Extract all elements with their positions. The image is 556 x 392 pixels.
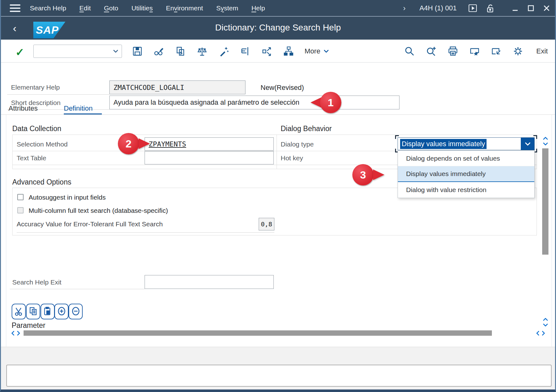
menu-item-utilities[interactable]: Utilities bbox=[131, 4, 153, 12]
exit-button[interactable]: Exit bbox=[534, 47, 548, 55]
elementary-help-label: Elementary Help bbox=[11, 84, 60, 91]
horizontal-scrollbar-thumb[interactable] bbox=[24, 330, 492, 336]
menu-item-edit[interactable]: Edit bbox=[80, 4, 91, 12]
cut-button[interactable] bbox=[12, 304, 26, 319]
panel-border bbox=[552, 115, 552, 347]
dialog-type-dropdown-list: Dialog depends on set of valuesDisplay v… bbox=[398, 150, 535, 198]
menubar-right: › A4H (1) 001 bbox=[403, 0, 550, 16]
gear-icon[interactable] bbox=[513, 46, 523, 57]
hierarchy-icon[interactable] bbox=[283, 46, 294, 57]
window-star-icon[interactable] bbox=[469, 46, 480, 57]
dialog-type-label: Dialog type bbox=[281, 141, 314, 148]
object-status: New(Revised) bbox=[261, 84, 304, 92]
multicolumn-checkbox[interactable] bbox=[17, 207, 24, 213]
scroll-down-icon[interactable] bbox=[542, 141, 549, 146]
system-id-label: A4H (1) 001 bbox=[419, 4, 457, 12]
parameter-title: Parameter bbox=[12, 321, 45, 330]
glasses-pencil-icon[interactable] bbox=[154, 46, 164, 57]
vertical-scrollbar-thumb[interactable] bbox=[542, 148, 548, 255]
short-description-field[interactable]: Ayuda para la búsqueda asignada al parám… bbox=[109, 96, 399, 109]
confirm-check-icon[interactable]: ✓ bbox=[15, 46, 25, 58]
menu-item-search-help[interactable]: Search Help bbox=[30, 4, 66, 12]
scales-icon[interactable] bbox=[197, 46, 207, 57]
annotation-pin-3-number: 3 bbox=[352, 164, 374, 185]
tab-definition[interactable]: Definition bbox=[64, 104, 93, 113]
plus-circle-button[interactable] bbox=[54, 304, 69, 319]
unlocked-padlock-icon[interactable] bbox=[486, 4, 495, 13]
resize-icon[interactable] bbox=[261, 46, 272, 57]
menu-item-goto[interactable]: Goto bbox=[104, 4, 118, 12]
close-button[interactable] bbox=[543, 4, 550, 12]
search-help-exit-label: Search Help Exit bbox=[12, 279, 61, 286]
command-field[interactable] bbox=[33, 45, 122, 58]
dialog-type-selected-value: Display values immediately bbox=[400, 139, 487, 149]
divider bbox=[7, 94, 109, 95]
annotation-pin-1: 1 bbox=[311, 92, 344, 113]
command-field-chevron-icon[interactable] bbox=[113, 49, 118, 55]
annotation-pin-2-number: 2 bbox=[118, 133, 139, 154]
accuracy-field[interactable]: 0,8 bbox=[259, 218, 274, 230]
accuracy-value: 0,8 bbox=[261, 220, 272, 228]
dropdown-option-0[interactable]: Dialog depends on set of values bbox=[398, 151, 534, 166]
menu-item-environment[interactable]: Environment bbox=[166, 4, 203, 12]
annotation-pin-1-number: 1 bbox=[320, 92, 341, 113]
copy-docs-button[interactable] bbox=[26, 304, 40, 319]
elementary-help-value: ZMATCHCODE_LOGALI bbox=[113, 84, 184, 91]
data-collection-title: Data Collection bbox=[12, 124, 61, 133]
scroll-up-icon[interactable] bbox=[542, 136, 549, 141]
dropdown-option-1[interactable]: Display values immediately bbox=[398, 166, 534, 182]
dialog-type-combobox[interactable]: Display values immediately bbox=[398, 137, 535, 150]
elementary-help-field[interactable]: ZMATCHCODE_LOGALI bbox=[109, 80, 245, 94]
scroll-left-right-icons[interactable] bbox=[10, 330, 21, 336]
toolbar-right-icons: Exit bbox=[404, 46, 548, 57]
hot-key-label: Hot key bbox=[281, 154, 303, 162]
advanced-options-title: Advanced Options bbox=[12, 178, 71, 186]
selection-method-field[interactable]: ZPAYMENTS bbox=[145, 137, 274, 151]
dropdown-option-2[interactable]: Dialog with value restriction bbox=[398, 182, 534, 198]
copy-icon[interactable] bbox=[175, 46, 186, 57]
annotation-pin-3: 3 bbox=[352, 164, 386, 185]
paste-button[interactable] bbox=[41, 304, 55, 319]
search-help-exit-field[interactable] bbox=[145, 275, 274, 289]
window-arrow-icon[interactable] bbox=[491, 46, 502, 57]
text-table-field[interactable] bbox=[145, 151, 274, 164]
autosuggest-label: Autosuggest in input fields bbox=[29, 194, 106, 201]
minimize-button[interactable] bbox=[511, 4, 519, 12]
caliper-icon[interactable] bbox=[240, 46, 250, 57]
annotation-pin-2: 2 bbox=[118, 133, 151, 154]
search-plus-icon[interactable] bbox=[426, 46, 437, 57]
accuracy-label: Accuracy Value for Error-Tolerant Full T… bbox=[17, 220, 163, 228]
multicolumn-label: Multi-column full text search (database-… bbox=[29, 207, 168, 214]
minus-circle-button[interactable] bbox=[69, 304, 83, 319]
divider bbox=[17, 232, 274, 233]
panel-border bbox=[6, 115, 6, 347]
more-button[interactable]: More bbox=[305, 47, 329, 55]
menu-item-system[interactable]: System bbox=[216, 4, 238, 12]
selection-method-value[interactable]: ZPAYMENTS bbox=[149, 140, 186, 148]
menu-overflow-chevron-icon[interactable]: › bbox=[403, 4, 405, 13]
menu-bar: Search HelpEditGotoUtilitiesEnvironmentS… bbox=[1, 0, 555, 16]
autosuggest-checkbox[interactable] bbox=[17, 194, 24, 200]
scroll-left-right-icons-right[interactable] bbox=[535, 330, 546, 336]
combobox-dropdown-button[interactable] bbox=[521, 138, 534, 150]
tab-attributes[interactable]: Attributes bbox=[8, 104, 38, 113]
text-table-label: Text Table bbox=[17, 154, 46, 162]
selection-method-label: Selection Method bbox=[17, 141, 68, 148]
more-label: More bbox=[305, 47, 320, 55]
menu-items: Search HelpEditGotoUtilitiesEnvironmentS… bbox=[30, 0, 265, 16]
dialog-behavior-title: Dialog Behavior bbox=[281, 124, 332, 133]
maximize-button[interactable] bbox=[527, 4, 535, 12]
menu-item-help[interactable]: Help bbox=[251, 4, 265, 12]
short-description-value: Ayuda para la búsqueda asignada al parám… bbox=[113, 98, 300, 107]
printer-icon[interactable] bbox=[448, 46, 458, 57]
hamburger-menu-icon[interactable] bbox=[10, 4, 20, 12]
scroll-down-icon-bottom[interactable] bbox=[542, 323, 549, 328]
scroll-up-icon-bottom[interactable] bbox=[542, 317, 549, 322]
magic-wand-icon[interactable] bbox=[218, 46, 229, 57]
sap-gui-window: Search HelpEditGotoUtilitiesEnvironmentS… bbox=[0, 0, 556, 392]
page-title: Dictionary: Change Search Help bbox=[1, 23, 555, 33]
status-message-box[interactable] bbox=[6, 365, 552, 387]
search-icon[interactable] bbox=[404, 46, 415, 57]
save-icon[interactable] bbox=[132, 46, 143, 57]
gui-button-icon[interactable] bbox=[468, 4, 477, 13]
